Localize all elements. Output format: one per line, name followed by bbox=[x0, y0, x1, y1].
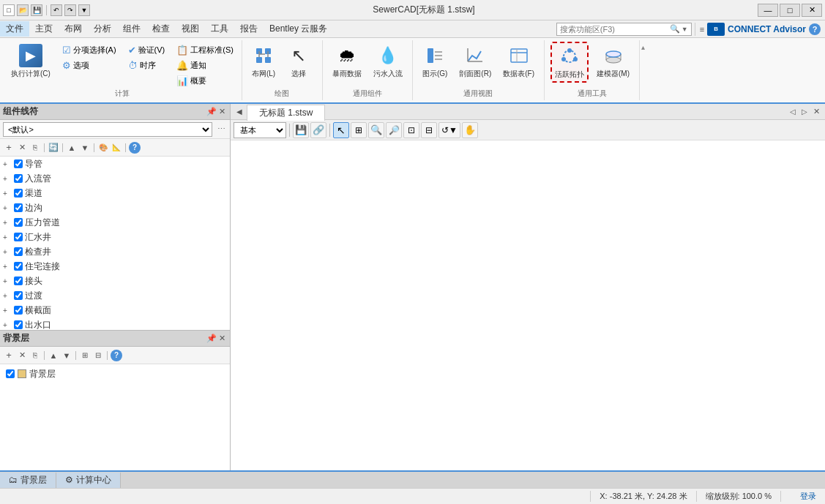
comp-list-item[interactable]: +导管 bbox=[0, 157, 230, 171]
canvas-rotate-btn[interactable]: ↺▼ bbox=[438, 122, 460, 138]
ribbon-btn-summary[interactable]: 📊 概要 bbox=[173, 74, 237, 88]
menu-component[interactable]: 组件 bbox=[117, 21, 146, 37]
comp-checkbox[interactable] bbox=[14, 189, 23, 198]
comp-help-btn[interactable]: ? bbox=[129, 142, 141, 154]
menu-tools[interactable]: 工具 bbox=[205, 21, 234, 37]
expand-icon[interactable]: + bbox=[3, 292, 12, 300]
bg-panel-close-btn[interactable]: ✕ bbox=[217, 334, 227, 344]
expand-icon[interactable]: + bbox=[3, 233, 12, 241]
comp-delete-btn[interactable]: ✕ bbox=[16, 142, 28, 154]
comp-checkbox[interactable] bbox=[14, 262, 23, 271]
comp-list-item[interactable]: +汇水井 bbox=[0, 230, 230, 244]
icon-save[interactable]: 💾 bbox=[31, 4, 42, 16]
expand-icon[interactable]: + bbox=[3, 248, 12, 256]
bg-list-item[interactable]: 背景层 bbox=[3, 366, 227, 382]
bg-up-btn[interactable]: ▲ bbox=[48, 350, 59, 361]
search-icon[interactable]: 🔍 bbox=[670, 24, 680, 34]
ribbon-btn-profile[interactable]: 剖面图(R) bbox=[455, 42, 495, 81]
canvas-nav-left[interactable]: ◁ bbox=[787, 106, 799, 118]
menu-view[interactable]: 视图 bbox=[176, 21, 205, 37]
comp-list-item[interactable]: +压力管道 bbox=[0, 215, 230, 230]
canvas-tab-active[interactable]: 无标题 1.stsw bbox=[247, 105, 325, 121]
bottom-tab-background[interactable]: 🗂 背景层 bbox=[0, 473, 56, 488]
canvas-save-btn[interactable]: 💾 bbox=[293, 122, 309, 138]
comp-checkbox[interactable] bbox=[14, 233, 23, 241]
comp-style1-btn[interactable]: 🎨 bbox=[97, 142, 109, 154]
expand-icon[interactable]: + bbox=[3, 219, 12, 227]
comp-list-item[interactable]: +检查井 bbox=[0, 244, 230, 259]
ribbon-btn-verify[interactable]: ✔ 验证(V) bbox=[124, 43, 169, 57]
canvas-nav-right[interactable]: ▷ bbox=[799, 106, 810, 118]
search-input[interactable] bbox=[560, 25, 670, 34]
menu-report[interactable]: 报告 bbox=[234, 21, 264, 37]
ribbon-btn-run-calc[interactable]: ▶ 执行计算(C) bbox=[7, 42, 54, 81]
menu-bentley[interactable]: Bentley 云服务 bbox=[264, 21, 333, 37]
comp-list-item[interactable]: +接头 bbox=[0, 274, 230, 288]
canvas-fit-btn[interactable]: ⊟ bbox=[421, 122, 437, 138]
comp-list-item[interactable]: +出水口 bbox=[0, 317, 230, 330]
minimize-btn[interactable]: — bbox=[758, 4, 778, 17]
maximize-btn[interactable]: □ bbox=[780, 4, 800, 17]
status-login[interactable]: 登录 bbox=[794, 491, 822, 502]
connect-advisor-help[interactable]: ? bbox=[809, 23, 821, 35]
comp-new-btn[interactable]: + bbox=[3, 142, 15, 154]
canvas-zoom-area-btn[interactable]: ⊡ bbox=[403, 122, 419, 138]
expand-icon[interactable]: + bbox=[3, 189, 12, 198]
comp-down-btn[interactable]: ▼ bbox=[79, 142, 91, 154]
comp-checkbox[interactable] bbox=[14, 277, 23, 285]
canvas-drawing[interactable] bbox=[231, 140, 825, 470]
comp-copy-btn[interactable]: ⎘ bbox=[29, 142, 41, 154]
comp-checkbox[interactable] bbox=[14, 203, 23, 212]
view-mode-select[interactable]: 基本 bbox=[234, 122, 286, 138]
canvas-cursor-btn[interactable]: ↖ bbox=[333, 122, 349, 138]
menu-analysis[interactable]: 分析 bbox=[88, 21, 117, 37]
canvas-nav-prev[interactable]: ◀ bbox=[234, 106, 245, 118]
filter-options-btn[interactable]: ⋯ bbox=[215, 124, 227, 135]
panel-close-btn[interactable]: ✕ bbox=[217, 107, 227, 117]
menu-network[interactable]: 布网 bbox=[59, 21, 88, 37]
connect-advisor-label[interactable]: CONNECT Advisor bbox=[728, 24, 806, 34]
ribbon-btn-active-topology[interactable]: 活跃拓扑 bbox=[550, 42, 589, 83]
menu-file[interactable]: 文件 bbox=[0, 21, 29, 37]
canvas-pan-btn[interactable]: ✋ bbox=[462, 122, 478, 138]
comp-checkbox[interactable] bbox=[14, 320, 23, 329]
bg-grid-btn[interactable]: ⊞ bbox=[79, 350, 91, 361]
ribbon-btn-network[interactable]: 布网(L) bbox=[248, 42, 279, 81]
comp-list-item[interactable]: +过渡 bbox=[0, 288, 230, 303]
bg-down-btn[interactable]: ▼ bbox=[61, 350, 72, 361]
bg-delete-btn[interactable]: ✕ bbox=[16, 350, 28, 361]
bg-item-checkbox[interactable] bbox=[6, 369, 15, 378]
icon-open[interactable]: 📂 bbox=[17, 4, 29, 16]
ribbon-btn-modeler[interactable]: 建模器(M) bbox=[593, 42, 633, 81]
ribbon-btn-sewage[interactable]: 💧 污水入流 bbox=[370, 42, 406, 81]
canvas-link-btn[interactable]: 🔗 bbox=[310, 122, 326, 138]
comp-checkbox[interactable] bbox=[14, 291, 23, 300]
ribbon-btn-select[interactable]: ☑ 分项选择(A) bbox=[59, 43, 120, 57]
bg-panel-pin-btn[interactable]: 📌 bbox=[206, 334, 217, 344]
comp-checkbox[interactable] bbox=[14, 247, 23, 256]
canvas-close[interactable]: ✕ bbox=[810, 106, 822, 118]
menu-home[interactable]: 主页 bbox=[29, 21, 59, 37]
ribbon-btn-storm-data[interactable]: 🌧 暴雨数据 bbox=[329, 42, 365, 81]
comp-checkbox[interactable] bbox=[14, 174, 23, 183]
bottom-tab-calc-center[interactable]: ⚙ 计算中心 bbox=[56, 473, 121, 488]
expand-icon[interactable]: + bbox=[3, 321, 12, 329]
comp-list-item[interactable]: +横截面 bbox=[0, 303, 230, 317]
expand-icon[interactable]: + bbox=[3, 160, 12, 168]
comp-up-btn[interactable]: ▲ bbox=[66, 142, 78, 154]
expand-icon[interactable]: + bbox=[3, 277, 12, 285]
expand-icon[interactable]: + bbox=[3, 175, 12, 183]
bg-copy-btn[interactable]: ⎘ bbox=[29, 350, 41, 361]
expand-icon[interactable]: + bbox=[3, 263, 12, 271]
icon-new[interactable]: □ bbox=[3, 4, 15, 16]
comp-refresh-btn[interactable]: 🔄 bbox=[48, 142, 59, 154]
comp-checkbox[interactable] bbox=[14, 159, 23, 168]
comp-checkbox[interactable] bbox=[14, 306, 23, 315]
canvas-zoom-in-btn[interactable]: 🔍 bbox=[368, 122, 384, 138]
icon-more[interactable]: ▼ bbox=[78, 4, 90, 16]
expand-icon[interactable]: + bbox=[3, 306, 12, 315]
panel-pin-btn[interactable]: 📌 bbox=[206, 107, 217, 117]
comp-list-item[interactable]: +边沟 bbox=[0, 200, 230, 215]
ribbon-btn-notifications[interactable]: 🔔 通知 bbox=[173, 59, 237, 72]
comp-list-item[interactable]: +入流管 bbox=[0, 171, 230, 186]
